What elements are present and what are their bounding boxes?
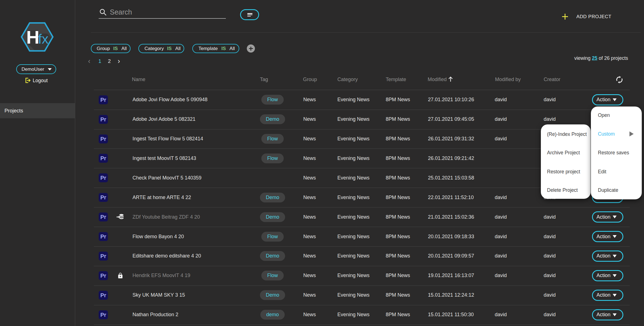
svg-text:fx: fx <box>38 32 48 46</box>
svg-text:H: H <box>26 27 39 48</box>
